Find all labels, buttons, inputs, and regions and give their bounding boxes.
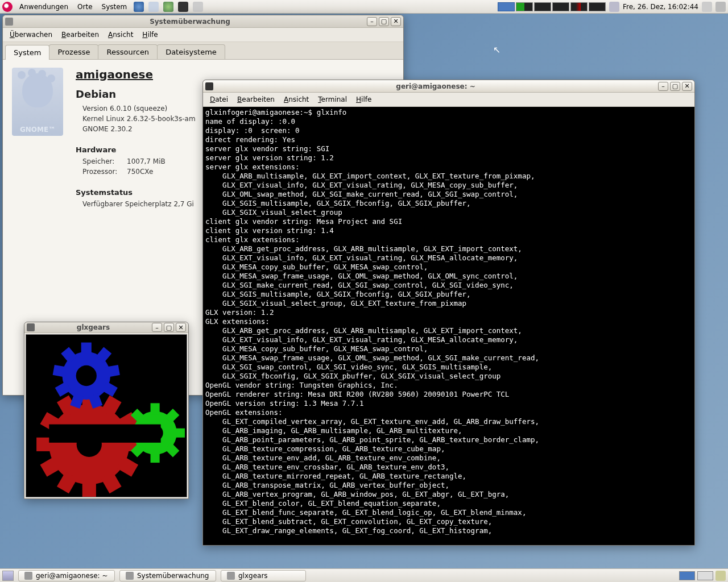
- gears-svg: [26, 335, 187, 497]
- processor-value: 750CXe: [127, 168, 153, 176]
- close-button[interactable]: ✕: [391, 17, 401, 26]
- system-menu[interactable]: System: [100, 3, 130, 11]
- memory-label: Speicher:: [82, 157, 122, 165]
- terminal-titlebar[interactable]: geri@amigaonese: ~ – ▢ ✕: [203, 80, 694, 93]
- tab-system[interactable]: System: [5, 45, 49, 60]
- kernel-version: Kernel Linux 2.6.32-5-book3s-am: [82, 115, 196, 123]
- top-panel: Anwendungen Orte System Fre, 26. Dez, 16…: [0, 0, 728, 14]
- sysmon-icon: [5, 18, 13, 26]
- svg-rect-9: [49, 425, 160, 443]
- close-button[interactable]: ✕: [682, 82, 692, 91]
- gears-icon[interactable]: [193, 2, 203, 12]
- gnome-version: GNOME 2.30.2: [82, 125, 196, 133]
- system-label: System: [102, 3, 127, 11]
- sysmon-menubar: Überwachen Bearbeiten Ansicht Hilfe: [3, 28, 403, 42]
- terminal-window: geri@amigaonese: ~ – ▢ ✕ Datei Bearbeite…: [202, 80, 695, 546]
- minimize-button[interactable]: –: [152, 323, 162, 332]
- memory-value: 1007,7 MiB: [127, 157, 166, 165]
- workspace-2[interactable]: [697, 571, 713, 580]
- hardware-heading: Hardware: [76, 146, 196, 154]
- distro-name: Debian: [76, 88, 196, 100]
- debian-version: Version 6.0.10 (squeeze): [82, 105, 196, 113]
- hostname: amigaonese: [76, 68, 196, 81]
- menu-help[interactable]: Hilfe: [353, 94, 375, 105]
- taskbar-terminal-label: geri@amigaonese: ~: [36, 572, 108, 580]
- maximize-button[interactable]: ▢: [670, 82, 680, 91]
- glxgears-window: glxgears – ▢ ✕: [24, 322, 189, 499]
- menu-file[interactable]: Datei: [206, 94, 231, 105]
- sysmon-titlebar[interactable]: Systemüberwachung – ▢ ✕: [3, 15, 403, 28]
- taskbar-sysmon[interactable]: Systemüberwachung: [119, 570, 216, 581]
- sysmon-tabs: System Prozesse Ressourcen Dateisysteme: [3, 42, 403, 60]
- mail-icon[interactable]: [148, 2, 159, 12]
- sysmon-title: Systemüberwachung: [16, 18, 363, 26]
- maximize-button[interactable]: ▢: [164, 323, 174, 332]
- window-icon: [227, 572, 235, 580]
- sysmon-icon: [126, 572, 134, 580]
- volume-icon[interactable]: [702, 2, 712, 12]
- menu-edit[interactable]: Bearbeiten: [58, 30, 102, 40]
- gnome-logo-label: GNOME™: [20, 126, 55, 134]
- network-icon[interactable]: [609, 2, 619, 12]
- glxgears-icon: [27, 323, 35, 331]
- browser-icon[interactable]: [134, 2, 144, 12]
- status-heading: Systemstatus: [76, 188, 196, 197]
- menu-monitor[interactable]: Überwachen: [6, 30, 56, 40]
- maximize-button[interactable]: ▢: [379, 17, 389, 26]
- show-desktop-button[interactable]: [2, 571, 14, 581]
- debian-logo-icon: [2, 2, 13, 12]
- applications-label: Anwendungen: [19, 3, 68, 11]
- glxgears-titlebar[interactable]: glxgears – ▢ ✕: [24, 322, 188, 333]
- terminal-icon: [205, 82, 213, 90]
- workspace-1[interactable]: [679, 571, 695, 580]
- taskbar-terminal[interactable]: geri@amigaonese: ~: [18, 570, 115, 581]
- tab-processes[interactable]: Prozesse: [49, 44, 98, 59]
- minimize-button[interactable]: –: [658, 82, 668, 91]
- gnome-logo-icon: GNOME™: [12, 68, 63, 136]
- menu-view[interactable]: Ansicht: [280, 94, 312, 105]
- close-button[interactable]: ✕: [176, 323, 186, 332]
- applications-menu[interactable]: Anwendungen: [17, 3, 71, 11]
- disk-space: Verfügbarer Speicherplatz 2,7 Gi: [82, 200, 196, 208]
- places-menu[interactable]: Orte: [75, 3, 94, 11]
- svg-point-5: [76, 365, 97, 386]
- glxgears-title: glxgears: [38, 323, 148, 331]
- svg-rect-4: [81, 343, 92, 355]
- terminal-launcher-icon[interactable]: [178, 2, 188, 12]
- terminal-output[interactable]: glxinfogeri@amigaonese:~$ glxinfo name o…: [203, 107, 694, 545]
- taskbar-sysmon-label: Systemüberwachung: [137, 572, 209, 580]
- processor-label: Prozessor:: [82, 168, 122, 176]
- svg-rect-7: [151, 403, 160, 414]
- places-label: Orte: [77, 3, 92, 11]
- tab-filesystems[interactable]: Dateisysteme: [157, 44, 225, 59]
- terminal-title: geri@amigaonese: ~: [217, 82, 655, 90]
- glxgears-canvas: [26, 334, 187, 497]
- menu-help[interactable]: Hilfe: [139, 30, 161, 40]
- menu-terminal[interactable]: Terminal: [315, 94, 350, 105]
- tab-resources[interactable]: Ressourcen: [98, 44, 158, 59]
- system-monitor-applet[interactable]: [498, 2, 606, 11]
- power-icon[interactable]: [715, 2, 726, 12]
- taskbar-glxgears-label: glxgears: [238, 572, 268, 580]
- terminal-icon: [24, 572, 32, 580]
- menu-edit[interactable]: Bearbeiten: [234, 94, 278, 105]
- trash-icon[interactable]: [715, 571, 726, 581]
- help-icon[interactable]: [163, 2, 173, 12]
- mouse-cursor-icon: ↖: [493, 44, 500, 55]
- clock[interactable]: Fre, 26. Dez, 16:02:44: [623, 3, 698, 11]
- terminal-menubar: Datei Bearbeiten Ansicht Terminal Hilfe: [203, 93, 694, 107]
- taskbar-glxgears[interactable]: glxgears: [221, 570, 306, 581]
- bottom-panel: geri@amigaonese: ~ Systemüberwachung glx…: [0, 568, 728, 582]
- minimize-button[interactable]: –: [367, 17, 377, 26]
- menu-view[interactable]: Ansicht: [105, 30, 136, 40]
